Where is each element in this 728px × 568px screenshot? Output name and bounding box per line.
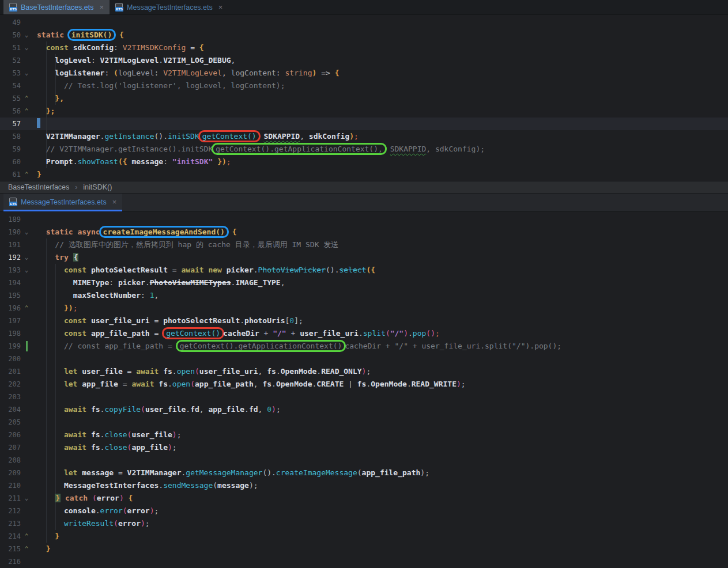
line-number[interactable]: 59 [0,143,21,156]
fold-marker-icon[interactable]: ⌃ [21,105,32,118]
line-number[interactable]: 51 [0,41,21,54]
line-number[interactable]: 191 [0,238,21,251]
line-number[interactable]: 50 [0,29,21,41]
code-line[interactable]: 53⌄ logListener: (logLevel: V2TIMLogLeve… [0,67,728,79]
code-line[interactable]: 204 await fs.copyFile(user_file.fd, app_… [0,403,728,416]
line-number[interactable]: 212 [0,505,21,517]
code-line[interactable]: 202 let app_file = await fs.open(app_fil… [0,378,728,391]
code-line[interactable]: 195 maxSelectNumber: 1, [0,289,728,302]
fold-marker-icon[interactable]: ⌃ [21,302,32,315]
code-line[interactable]: 210 MessageTestInterfaces.sendMessage(me… [0,479,728,492]
fold-marker-icon[interactable]: ⌄ [21,492,32,505]
code-line[interactable]: 52 logLevel: V2TIMLogLevel.V2TIM_LOG_DEB… [0,54,728,67]
tab-message-test-interfaces[interactable]: ETS MessageTestInterfaces.ets × [110,0,228,14]
line-number[interactable]: 53 [0,67,21,79]
line-number[interactable]: 214 [0,530,21,543]
fold-marker-icon[interactable]: ⌄ [21,251,32,264]
code-line[interactable]: 54 // Test.log('logListener', logLevel, … [0,79,728,92]
code-line[interactable]: 203 [0,391,728,403]
code-line[interactable]: 200 [0,353,728,365]
line-number[interactable]: 201 [0,365,21,378]
line-number[interactable]: 206 [0,429,21,441]
fold-marker-icon[interactable]: ⌃ [21,92,32,105]
line-number[interactable]: 54 [0,79,21,92]
code-line[interactable]: 60 Prompt.showToast({ message: "initSDK"… [0,156,728,168]
line-number[interactable]: 193 [0,264,21,277]
code-line[interactable]: 194 MIMEType: picker.PhotoViewMIMETypes.… [0,277,728,289]
breadcrumb-item-method[interactable]: initSDK() [83,183,112,191]
code-line[interactable]: 209 let message = V2TIMManager.getMessag… [0,467,728,479]
code-line[interactable]: 189 [0,213,728,226]
code-line[interactable]: 193⌄ const photoSelectResult = await new… [0,264,728,277]
line-number[interactable]: 58 [0,130,21,143]
code-line[interactable]: 196⌃ }); [0,302,728,315]
code-line[interactable]: 59 // V2TIMManager.getInstance().initSDK… [0,143,728,156]
code-line[interactable]: 215⌃ } [0,543,728,555]
tab-base-test-interfaces[interactable]: ETS BaseTestInterfaces.ets × [3,0,110,14]
line-number[interactable]: 55 [0,92,21,105]
line-number[interactable]: 197 [0,315,21,327]
fold-marker-icon[interactable]: ⌄ [21,226,32,238]
tab-message-test-interfaces-bottom[interactable]: ETS MessageTestInterfaces.ets × [3,194,122,210]
fold-marker-icon[interactable]: ⌄ [21,29,32,41]
fold-marker-icon[interactable]: ⌄ [21,67,32,79]
code-line[interactable]: 208 [0,454,728,467]
line-number[interactable]: 60 [0,156,21,168]
code-line[interactable]: 50⌄static initSDK() { [0,29,728,41]
line-number[interactable]: 198 [0,327,21,340]
breadcrumb-item-class[interactable]: BaseTestInterfaces [8,183,69,191]
code-line[interactable]: 58 V2TIMManager.getInstance().initSDKget… [0,130,728,143]
code-line[interactable]: 212 console.error(error); [0,505,728,517]
code-line[interactable]: 199 // const app_file_path = getContext(… [0,340,728,353]
line-number[interactable]: 61 [0,168,21,181]
code-line[interactable]: 198 const app_file_path = getContext()ca… [0,327,728,340]
code-line[interactable]: 213 writeResult(error); [0,517,728,530]
line-number[interactable]: 200 [0,353,21,365]
line-number[interactable]: 207 [0,441,21,454]
fold-marker-icon[interactable]: ⌄ [21,264,32,277]
fold-marker-icon[interactable]: ⌄ [21,41,32,54]
code-line[interactable]: 197 const user_file_uri = photoSelectRes… [0,315,728,327]
code-line[interactable]: 56⌃ }; [0,105,728,118]
fold-marker-icon[interactable]: ⌃ [21,168,32,181]
line-number[interactable]: 216 [0,555,21,568]
code-line[interactable]: 191 // 选取图库中的图片，然后拷贝到 hap 的 cache 目录，最后调… [0,238,728,251]
line-number[interactable]: 196 [0,302,21,315]
line-number[interactable]: 208 [0,454,21,467]
code-line[interactable]: 205 [0,416,728,429]
code-line[interactable]: 206 await fs.close(user_file); [0,429,728,441]
code-line[interactable]: 216 [0,555,728,568]
close-icon[interactable]: × [112,198,117,206]
code-line[interactable]: 211⌄ } catch (error) { [0,492,728,505]
code-line[interactable]: 214⌃ } [0,530,728,543]
line-number[interactable]: 199 [0,340,21,353]
line-number[interactable]: 210 [0,479,21,492]
line-number[interactable]: 215 [0,543,21,555]
line-number[interactable]: 203 [0,391,21,403]
code-line[interactable]: 55⌃ }, [0,92,728,105]
line-number[interactable]: 209 [0,467,21,479]
code-line[interactable]: 201 let user_file = await fs.open(user_f… [0,365,728,378]
line-number[interactable]: 202 [0,378,21,391]
line-number[interactable]: 49 [0,16,21,29]
line-number[interactable]: 192 [0,251,21,264]
code-line[interactable]: 51⌄ const sdkConfig: V2TIMSDKConfig = { [0,41,728,54]
line-number[interactable]: 205 [0,416,21,429]
line-number[interactable]: 189 [0,213,21,226]
line-number[interactable]: 204 [0,403,21,416]
code-line[interactable]: 192⌄ try { [0,251,728,264]
code-line[interactable]: 207 await fs.close(app_file); [0,441,728,454]
fold-marker-icon[interactable]: ⌃ [21,543,32,555]
line-number[interactable]: 52 [0,54,21,67]
line-number[interactable]: 57 [0,118,21,130]
line-number[interactable]: 194 [0,277,21,289]
line-number[interactable]: 190 [0,226,21,238]
line-number[interactable]: 56 [0,105,21,118]
line-number[interactable]: 211 [0,492,21,505]
line-number[interactable]: 213 [0,517,21,530]
close-icon[interactable]: × [218,3,223,12]
code-line[interactable]: 61⌃} [0,168,728,181]
code-line[interactable]: 57 [0,118,728,130]
close-icon[interactable]: × [99,3,104,12]
fold-marker-icon[interactable]: ⌃ [21,530,32,543]
